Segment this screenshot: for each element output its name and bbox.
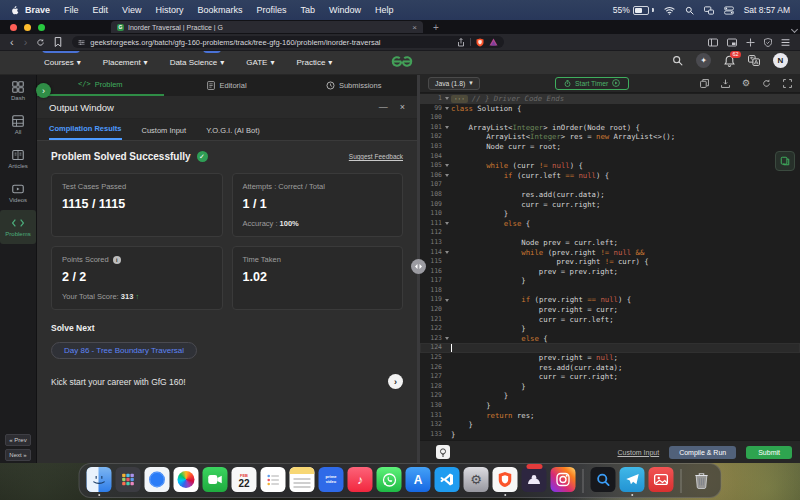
code-line[interactable]: 108 res.add(curr.data); [420,190,800,200]
share-icon[interactable] [457,38,465,47]
sidebar-toggle-icon[interactable] [708,38,718,47]
code-line[interactable]: 127 curr = curr.right; [420,372,800,382]
dock-launchpad[interactable] [116,467,141,494]
expand-panel-button[interactable]: › [36,83,51,98]
url-field[interactable]: geeksforgeeks.org/batch/gfg-160-problems… [72,36,504,48]
user-avatar[interactable]: N [773,53,788,68]
code-line[interactable]: 106 if (curr.left == null) { [420,171,800,181]
menu-tab[interactable]: Tab [300,5,315,15]
code-line[interactable]: 124 [420,343,800,353]
hint-bulb-icon[interactable] [436,445,450,459]
menu-edit[interactable]: Edit [93,5,109,15]
code-line[interactable]: 133} [420,430,800,440]
code-line[interactable]: 130 } [420,401,800,411]
gfg-nav-data-science[interactable]: Data Science▾ [170,58,225,67]
menu-clock[interactable]: Sat 8:57 AM [744,5,790,15]
dock-telegram[interactable] [620,467,645,494]
tab-compilation-results[interactable]: Compilation Results [49,124,122,140]
code-line[interactable]: 112 [420,228,800,238]
cta-arrow-button[interactable]: › [388,374,403,389]
dock-whatsapp[interactable] [377,467,402,494]
code-line[interactable]: 132 } [420,420,800,430]
code-line[interactable]: 128 } [420,382,800,392]
submit-button[interactable]: Submit [746,446,792,459]
notifications-bell[interactable]: 62 [724,55,735,67]
dock-brave[interactable] [493,467,518,494]
gfg-logo[interactable] [390,53,414,70]
browser-tab[interactable]: G Inorder Traversal | Practice | G × [111,21,423,33]
dock-notes[interactable] [290,467,315,494]
dock-badged-app[interactable] [522,467,547,494]
menu-bookmarks[interactable]: Bookmarks [197,5,242,15]
code-line[interactable]: 113 Node prev = curr.left; [420,238,800,248]
dock-red-media-app[interactable] [649,467,674,494]
dock-reminders[interactable] [261,467,286,494]
wifi-icon[interactable] [664,6,675,15]
code-line[interactable]: 102 ArrayList<Integer> res = new ArrayLi… [420,132,800,142]
sidebar-item-videos[interactable]: Videos [0,176,36,210]
fullscreen-icon[interactable] [783,79,792,88]
dock-safari[interactable] [145,467,170,494]
dock-primevideo[interactable]: primevideo [319,467,344,494]
code-line[interactable]: 110 } [420,209,800,219]
dock-magnifier-app[interactable] [591,467,616,494]
site-settings-icon[interactable] [78,39,85,46]
tab-custom-input[interactable]: Custom Input [142,126,187,140]
brave-shields-icon[interactable] [476,38,484,47]
next-problem-chip[interactable]: Day 86 - Tree Boundary Traversal [51,342,197,359]
editor-settings-icon[interactable]: ⚙ [742,79,750,88]
code-line[interactable]: 99class Solution { [420,104,800,114]
code-line[interactable]: 119 if (prev.right == null) { [420,295,800,305]
dock-trash[interactable] [689,467,714,494]
menu-help[interactable]: Help [375,5,394,15]
code-line[interactable]: 118 [420,286,800,296]
code-area[interactable]: 1···// } Driver Code Ends99class Solutio… [420,93,800,440]
sidebar-item-articles[interactable]: Articles [0,142,36,176]
window-close-button[interactable] [10,24,17,31]
code-line[interactable]: 103 Node curr = root; [420,142,800,152]
code-line[interactable]: 105 while (curr != null) { [420,161,800,171]
dock-photos[interactable] [174,467,199,494]
code-line[interactable]: 121 curr = curr.left; [420,315,800,325]
language-select[interactable]: Java (1.8)▾ [428,77,480,90]
dock-instagram[interactable] [551,467,576,494]
dock-facetime[interactable] [203,467,228,494]
copy-code-icon[interactable] [700,79,709,88]
menu-view[interactable]: View [122,5,141,15]
menu-history[interactable]: History [155,5,183,15]
brave-vpn-icon[interactable] [489,38,498,46]
code-line[interactable]: 117 } [420,276,800,286]
reading-mode-icon[interactable] [727,38,737,47]
reset-code-icon[interactable] [762,79,771,88]
code-line[interactable]: 107 [420,180,800,190]
forward-button[interactable]: › [24,35,28,49]
code-line[interactable]: 126 res.add(curr.data); [420,363,800,373]
code-line[interactable]: 116 prev = prev.right; [420,267,800,277]
display-icon[interactable] [704,6,714,15]
tab-submissions[interactable]: Submissions [290,74,417,96]
dock-calendar[interactable]: FEB22 [232,467,257,494]
theme-ai-button[interactable]: ✦ [696,53,711,68]
tab-editorial[interactable]: Editorial [164,74,291,96]
code-line[interactable]: 114 while (prev.right != null && [420,248,800,258]
gfg-search-icon[interactable] [672,55,683,66]
new-tab-button[interactable]: + [433,22,439,33]
gfg-nav-gate[interactable]: GATE▾ [246,58,274,67]
dock-finder[interactable] [87,467,112,494]
battery-indicator[interactable]: 55% [613,5,654,15]
sidebar-item-dash[interactable]: Dash [0,74,36,108]
back-button[interactable]: ‹ [10,35,14,49]
prev-problem-button[interactable]: « Prev [5,434,30,446]
bookmarks-sidebar-icon[interactable] [54,37,62,47]
code-line[interactable]: 125 prev.right = null; [420,353,800,363]
control-center-icon[interactable] [724,6,734,15]
download-code-icon[interactable] [721,79,730,88]
code-line[interactable]: 115 prev.right != curr) { [420,257,800,267]
suggest-feedback-link[interactable]: Suggest Feedback [349,153,403,160]
translate-icon[interactable] [748,55,760,66]
code-line[interactable]: 122 } [420,324,800,334]
code-line[interactable]: 1···// } Driver Code Ends [420,94,800,104]
dock-settings[interactable]: ⚙ [464,467,489,494]
gfg-nav-courses[interactable]: Courses▾ [44,58,81,67]
code-line[interactable]: 123 else { [420,334,800,344]
